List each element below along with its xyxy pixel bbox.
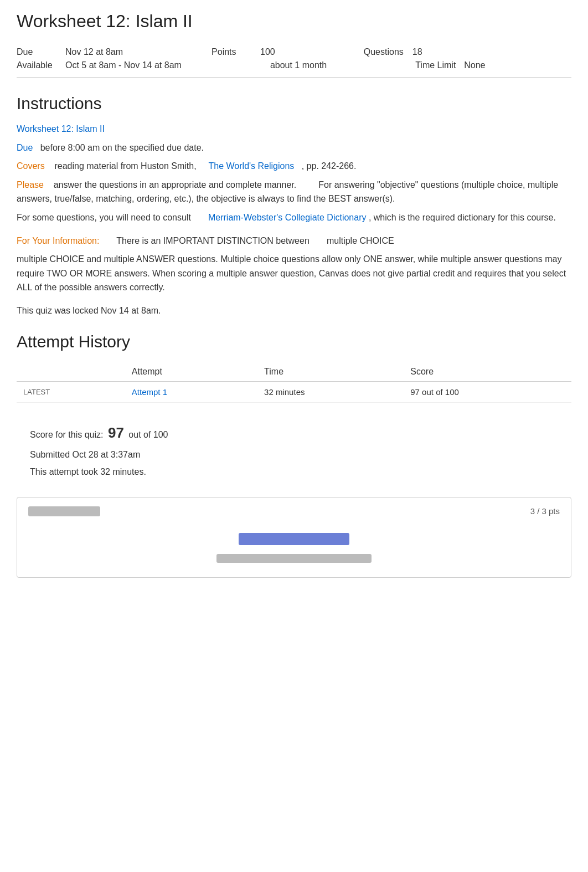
- score-out-of: out of 100: [128, 430, 168, 439]
- attempt-link-cell: Attempt 1: [125, 381, 257, 402]
- fyi-rest-inline: multiple CHOICE: [327, 236, 394, 245]
- questions-label: Questions: [364, 47, 408, 57]
- due-text: before 8:00 am on the specified due date…: [40, 143, 204, 152]
- fyi-line-1: For Your Information: There is an IMPORT…: [17, 234, 571, 248]
- fyi-text: There is an IMPORTANT DISTINCTION betwee…: [116, 236, 310, 245]
- time-limit-label: Time Limit: [415, 60, 460, 70]
- time-limit-pair: Time Limit None: [415, 60, 518, 70]
- questions-pair: Questions 18: [364, 47, 456, 57]
- please-line: Please answer the questions in an approp…: [17, 178, 571, 206]
- consult-line: For some questions, you will need to con…: [17, 211, 571, 225]
- instructions-heading: Instructions: [17, 94, 571, 113]
- option-blurred: [216, 554, 372, 563]
- col-header-time: Time: [257, 362, 404, 382]
- attempt-table: Attempt Time Score LATEST Attempt 1 32 m…: [17, 362, 571, 403]
- duration-pair: about 1 month: [270, 60, 360, 70]
- attempt-score: 97 out of 100: [404, 381, 571, 402]
- consult-text: For some questions, you will need to con…: [17, 213, 191, 222]
- worksheet-link[interactable]: Worksheet 12: Islam II: [17, 124, 105, 134]
- dictionary-link[interactable]: Merriam-Webster's Collegiate Dictionary: [208, 213, 367, 222]
- points-value: 100: [260, 47, 275, 57]
- due-pair: Due Nov 12 at 8am: [17, 47, 156, 57]
- col-header-attempt: Attempt: [125, 362, 257, 382]
- due-label: Due: [17, 47, 61, 57]
- available-pair: Available Oct 5 at 8am - Nov 14 at 8am: [17, 60, 215, 70]
- dictionary-suffix: , which is the required dictionary for t…: [369, 213, 556, 222]
- submitted-text: Submitted Oct 28 at 3:37am: [30, 447, 571, 463]
- please-text: answer the questions in an appropriate a…: [54, 180, 297, 189]
- due-prefix: Due: [17, 143, 33, 152]
- question-label: [28, 506, 100, 516]
- score-line: Score for this quiz: 97 out of 100: [30, 419, 571, 447]
- question-header: 3 / 3 pts: [28, 506, 560, 525]
- fyi-block: For Your Information: There is an IMPORT…: [17, 234, 571, 295]
- attempt-history-heading: Attempt History: [17, 332, 571, 351]
- book-link[interactable]: The World's Religions: [209, 161, 295, 171]
- meta-row-1: Due Nov 12 at 8am Points 100 Questions 1…: [17, 47, 489, 57]
- score-value: 97: [108, 424, 124, 441]
- pages-text: , pp. 242-266.: [302, 161, 357, 171]
- covers-line: Covers reading material from Huston Smit…: [17, 159, 571, 173]
- due-line: Due before 8:00 am on the specified due …: [17, 141, 571, 155]
- question-pts: 3 / 3 pts: [530, 506, 560, 516]
- latest-badge: LATEST: [17, 381, 125, 402]
- covers-prefix: Covers: [17, 161, 45, 171]
- score-summary: Score for this quiz: 97 out of 100 Submi…: [30, 419, 571, 480]
- fyi-line-2: multiple CHOICE and multiple ANSWER ques…: [17, 252, 571, 295]
- points-pair: Points 100: [212, 47, 308, 57]
- available-value: Oct 5 at 8am - Nov 14 at 8am: [65, 60, 182, 70]
- meta-info: Due Nov 12 at 8am Points 100 Questions 1…: [17, 47, 571, 78]
- attempt-row: LATEST Attempt 1 32 minutes 97 out of 10…: [17, 381, 571, 402]
- fyi-label: For Your Information:: [17, 236, 99, 245]
- locked-notice: This quiz was locked Nov 14 at 8am.: [17, 306, 571, 316]
- covers-text: reading material from Huston Smith,: [54, 161, 196, 171]
- duration-value: about 1 month: [270, 60, 327, 70]
- attempt-link[interactable]: Attempt 1: [132, 387, 167, 397]
- question-body: [28, 533, 560, 563]
- questions-value: 18: [412, 47, 422, 57]
- time-limit-value: None: [464, 60, 485, 70]
- points-label: Points: [212, 47, 256, 57]
- duration-text: This attempt took 32 minutes.: [30, 464, 571, 480]
- worksheet-link-line: Worksheet 12: Islam II: [17, 122, 571, 136]
- col-header-empty: [17, 362, 125, 382]
- score-label: Score for this quiz:: [30, 430, 104, 439]
- available-label: Available: [17, 60, 61, 70]
- meta-row-2: Available Oct 5 at 8am - Nov 14 at 8am a…: [17, 60, 551, 70]
- please-prefix: Please: [17, 180, 44, 189]
- attempt-time: 32 minutes: [257, 381, 404, 402]
- page-title: Worksheet 12: Islam II: [17, 11, 571, 37]
- question-box: 3 / 3 pts: [17, 497, 571, 578]
- due-value: Nov 12 at 8am: [65, 47, 123, 57]
- answer-blurred: [239, 533, 349, 545]
- col-header-score: Score: [404, 362, 571, 382]
- instructions-content: Worksheet 12: Islam II Due before 8:00 a…: [17, 122, 571, 316]
